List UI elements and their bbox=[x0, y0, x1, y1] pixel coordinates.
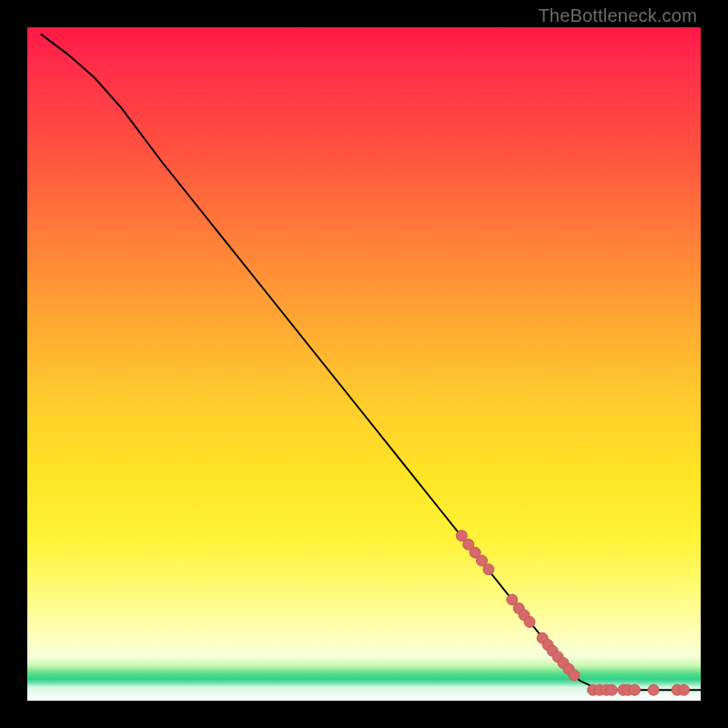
watermark-text: TheBottleneck.com bbox=[538, 5, 697, 26]
data-dot bbox=[679, 684, 690, 695]
plot-area bbox=[27, 27, 701, 701]
data-dot bbox=[524, 616, 535, 627]
chart-svg bbox=[27, 27, 701, 701]
data-dot bbox=[630, 684, 641, 695]
curve-line bbox=[41, 34, 701, 690]
highlight-dots bbox=[456, 531, 689, 696]
data-dot bbox=[648, 684, 659, 695]
chart-frame: TheBottleneck.com bbox=[0, 0, 728, 728]
data-dot bbox=[483, 564, 494, 575]
data-dot bbox=[606, 684, 617, 695]
data-dot bbox=[569, 670, 580, 681]
